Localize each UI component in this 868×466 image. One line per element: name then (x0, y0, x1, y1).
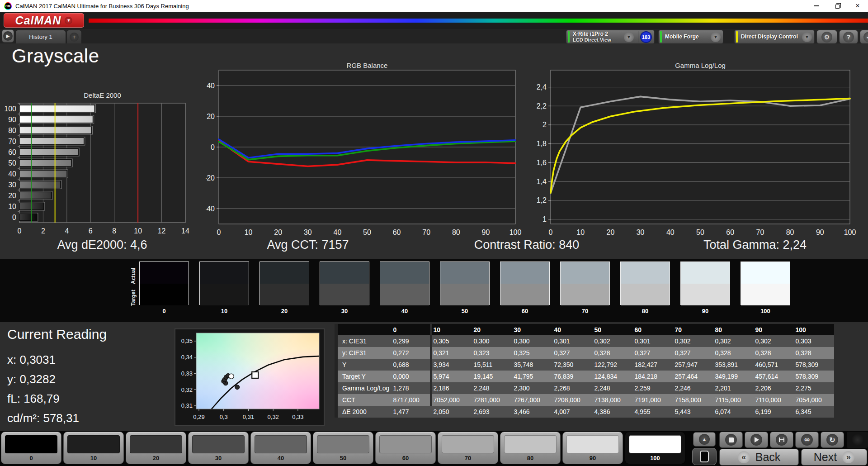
swatch-actual (681, 262, 730, 284)
table-cell: 4,386 (593, 406, 633, 418)
svg-text:100: 100 (844, 228, 856, 235)
patch-swatch (442, 435, 494, 453)
svg-text:0: 0 (12, 214, 16, 221)
patch-button-10[interactable]: 10 (63, 432, 124, 464)
actual-row-label: Actual (130, 262, 137, 284)
minimize-icon (814, 5, 819, 6)
svg-text:0,32: 0,32 (268, 414, 279, 420)
inactive-record-button[interactable] (847, 432, 868, 448)
svg-text:0,29: 0,29 (193, 414, 204, 420)
svg-text:20: 20 (607, 228, 615, 235)
meter-dropdown[interactable]: X-Rite i1Pro 2 LCD Direct View ▼ 183 (566, 30, 655, 44)
table-cell: 7191,000 (633, 394, 673, 406)
display-status-indicator (736, 31, 738, 43)
table-cell: 0,328 (794, 347, 834, 359)
refresh-icon: ↻ (826, 434, 838, 446)
patch-button-100[interactable]: 100 (625, 432, 685, 464)
calman-menu-button[interactable]: CalMAN ▼ (4, 13, 84, 28)
table-cell: 349,199 (713, 371, 754, 382)
svg-text:100: 100 (4, 105, 16, 113)
table-cell: 35,748 (512, 359, 552, 371)
patch-button-0[interactable]: 0 (1, 432, 61, 464)
continuous-measure-button[interactable]: ∞ (795, 432, 819, 448)
play-button[interactable] (745, 432, 768, 448)
column-header-100: 100 (794, 324, 834, 335)
patch-button-40[interactable]: 40 (250, 432, 311, 464)
table-cell: 0,303 (794, 335, 834, 347)
patch-swatch (629, 435, 681, 453)
swatch-label: 70 (560, 308, 610, 314)
table-cell: 7052,000 (432, 394, 472, 406)
svg-text:60: 60 (726, 228, 734, 235)
svg-text:40: 40 (334, 228, 342, 235)
swatch-label: 90 (680, 308, 730, 314)
row-label: Gamma Log/Log (336, 382, 392, 394)
swatch-label: 0 (139, 308, 189, 314)
close-button[interactable]: × (847, 0, 868, 12)
patch-button-20[interactable]: 20 (126, 432, 186, 464)
patch-button-50[interactable]: 50 (313, 432, 373, 464)
next-button[interactable]: Next » (801, 449, 867, 466)
collapse-panel-button[interactable]: ◀ (860, 30, 868, 44)
help-button[interactable]: ? (839, 30, 858, 44)
refresh-button[interactable]: ↻ (821, 432, 844, 448)
row-label: CCT (336, 394, 392, 406)
layout-nav-button[interactable]: ▶ (2, 29, 14, 43)
source-status-indicator (660, 31, 662, 43)
table-cell: 0,328 (754, 347, 794, 359)
minimize-button[interactable] (806, 0, 826, 12)
source-dropdown[interactable]: Mobile Forge ▼ (658, 30, 723, 44)
table-cell: 72,350 (552, 359, 593, 371)
svg-text:0,35: 0,35 (181, 338, 193, 344)
expand-patches-button[interactable]: ▲ (693, 432, 716, 447)
gear-icon: ⚙ (821, 32, 832, 43)
table-cell: 2,248 (593, 382, 633, 394)
swatch-actual (320, 262, 369, 284)
svg-text:1: 1 (542, 215, 547, 223)
grayscale-swatch-40: 40 (380, 262, 429, 314)
patch-button-60[interactable]: 60 (375, 432, 436, 464)
play-icon (750, 434, 762, 446)
swatch-box (380, 262, 429, 305)
question-mark-icon: ? (843, 32, 854, 43)
deltae-bar-chart: 024681012141009080706050403020100 (0, 98, 194, 234)
tab-history-1[interactable]: History 1 (15, 30, 66, 43)
table-row: y: CIE310,2720,3210,3230,3250,3270,3280,… (336, 347, 834, 359)
svg-text:20: 20 (274, 228, 282, 235)
page-title: Grayscale (12, 45, 99, 67)
chevron-up-icon: ▲ (699, 434, 710, 445)
patch-label: 0 (1, 455, 61, 461)
table-cell: 2,201 (713, 382, 754, 394)
svg-text:1,6: 1,6 (537, 159, 547, 166)
swatch-box (139, 262, 189, 305)
pattern-window-button[interactable] (692, 448, 717, 465)
restore-button[interactable] (826, 0, 847, 12)
patch-list: 0 10 20 30 40 50 60 70 80 90 100 (1, 432, 685, 464)
chevron-down-icon: ▼ (711, 32, 721, 42)
table-cell: 122,792 (593, 359, 633, 371)
meter-count-badge[interactable]: 183 (640, 31, 652, 43)
column-header-50: 50 (593, 324, 633, 335)
reading-y: y: 0,3282 (7, 372, 56, 386)
patch-button-70[interactable]: 70 (438, 432, 498, 464)
patch-button-80[interactable]: 80 (500, 432, 561, 464)
patch-button-90[interactable]: 90 (562, 432, 623, 464)
patch-swatch (192, 435, 245, 453)
settings-button[interactable]: ⚙ (816, 30, 837, 44)
table-cell: 5,443 (673, 406, 713, 418)
single-measure-button[interactable] (770, 432, 793, 448)
row-label: y: CIE31 (336, 347, 392, 359)
stop-button[interactable] (719, 432, 743, 448)
meter-name: X-Rite i1Pro 2 (573, 31, 611, 37)
grayscale-swatch-20: 20 (259, 262, 309, 314)
swatch-target (320, 284, 369, 305)
record-icon (852, 434, 863, 446)
add-tab-button[interactable]: + (66, 30, 82, 43)
svg-text:12: 12 (158, 227, 166, 234)
back-button[interactable]: « Back (719, 449, 799, 466)
patch-button-30[interactable]: 30 (188, 432, 249, 464)
swatch-target (440, 284, 489, 305)
display-control-dropdown[interactable]: Direct Display Control ▼ (734, 30, 815, 44)
target-row-label: Target (130, 284, 137, 306)
patch-swatch (317, 435, 369, 453)
